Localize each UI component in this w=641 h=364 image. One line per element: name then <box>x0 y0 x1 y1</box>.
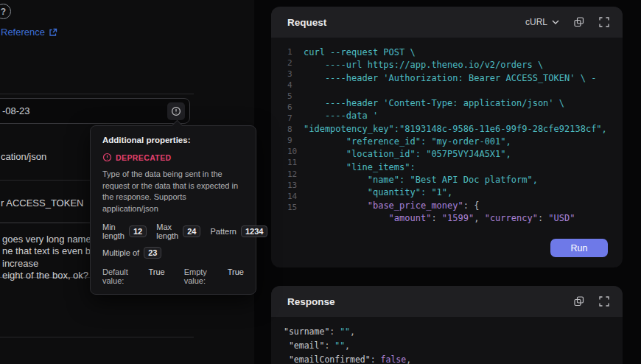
authorization-field-value[interactable]: r ACCESS_TOKEN <box>1 197 83 209</box>
code-line: "line_items": <box>304 161 607 174</box>
code-line: "name": "Best API Doc platform", <box>304 174 607 186</box>
code-segment: false <box>381 354 407 364</box>
constraint: Min length12 <box>102 223 147 240</box>
copy-response-button[interactable] <box>574 296 584 307</box>
expand-response-button[interactable] <box>599 296 609 307</box>
code-segment: "" <box>334 340 345 351</box>
run-button[interactable]: Run <box>550 239 608 257</box>
line-number: 3 <box>287 69 297 80</box>
deprecated-indicator-button[interactable] <box>167 102 185 120</box>
code-segment: ----header 'Content-Type: application/js… <box>304 98 564 108</box>
footer-value: True <box>228 267 244 285</box>
code-segment: : <box>431 213 441 223</box>
code-segment: : <box>324 340 334 351</box>
code-line: "emailConfirmed": false, <box>284 353 411 364</box>
additional-properties-tooltip: Additional properties: DEPRECATED Type o… <box>90 125 256 295</box>
reference-link[interactable]: Reference <box>1 27 57 38</box>
constraint-label: Multiple of <box>102 248 139 257</box>
constraint: Max length24 <box>156 223 200 240</box>
request-header-controls: cURL <box>525 17 609 27</box>
line-number: 15 <box>287 202 297 213</box>
code-segment: "emailConfirmed" <box>284 354 371 364</box>
language-selector-value: cURL <box>525 17 547 27</box>
divider <box>0 337 194 337</box>
code-segment: "base_price_money" <box>368 200 463 211</box>
code-segment <box>304 200 368 211</box>
constraint: Multiple of23 <box>102 247 161 259</box>
date-input[interactable]: -08-23 <box>0 98 190 124</box>
constraint-label: Min length <box>102 223 125 240</box>
code-line <box>304 85 607 97</box>
external-link-icon <box>49 28 57 37</box>
code-line: ----url https://app.theneo.io/v2/orders … <box>304 59 607 71</box>
constraint-value-chip: 23 <box>144 247 161 259</box>
code-segment: "reference_id": "my-order-001", <box>304 136 511 147</box>
request-panel-title: Request <box>287 17 326 28</box>
code-segment: "line_items": <box>304 162 416 172</box>
date-input-value: -08-23 <box>2 99 30 123</box>
code-line: "surname": "", <box>284 325 411 339</box>
code-line: "idempotency_key":"8193148c-9586-11e6-99… <box>304 123 607 136</box>
line-number: 9 <box>287 135 297 146</box>
code-segment: "idempotency_key":"8193148c-9586-11e6-99… <box>304 124 607 134</box>
response-panel-header: Response <box>271 286 623 317</box>
content-type-field-value[interactable]: cation/json <box>1 151 46 162</box>
expand-request-button[interactable] <box>599 17 609 27</box>
request-line-numbers: 123456789101112131415 <box>287 46 297 213</box>
code-segment: : <box>329 326 340 337</box>
code-line: ----header 'Authorization: Bearer ACCESS… <box>304 72 607 85</box>
constraint-row: Multiple of23 <box>102 247 244 259</box>
code-segment: "quantity": "1", <box>304 187 452 197</box>
deprecated-warning-icon <box>102 153 112 162</box>
constraint-value-chip: 24 <box>183 225 200 237</box>
tooltip-footer-pair: Default value:True <box>102 267 165 285</box>
code-line: curl --request POST \ <box>304 46 607 59</box>
footer-value: True <box>148 267 164 285</box>
help-icon[interactable]: ? <box>0 4 11 19</box>
code-line: "amount": "1599", "currency": "USD" <box>304 212 607 225</box>
code-segment: ----header 'Authorization: Bearer ACCESS… <box>304 73 596 83</box>
code-segment: : <box>371 354 381 364</box>
line-number: 14 <box>287 191 297 202</box>
line-number: 6 <box>287 102 297 113</box>
code-segment: "amount" <box>389 213 432 223</box>
code-segment: "" <box>340 326 350 337</box>
line-number: 12 <box>287 169 297 180</box>
code-segment: "email" <box>284 340 324 351</box>
code-line: ----data ' <box>304 110 607 122</box>
line-number: 5 <box>287 91 297 102</box>
tooltip-description: Type of the data being sent in the reque… <box>102 169 244 214</box>
code-segment: , <box>474 213 484 223</box>
line-number: 1 <box>287 46 297 57</box>
request-panel: Request cURL <box>271 7 623 267</box>
response-code: "surname": "", "email": "", "emailConfir… <box>284 325 411 364</box>
code-line: "reference_id": "my-order-001", <box>304 136 607 148</box>
line-number: 13 <box>287 180 297 191</box>
request-code-area: 123456789101112131415 curl --request POS… <box>271 38 623 267</box>
code-segment: ----data ' <box>304 111 378 121</box>
code-segment: , <box>406 354 411 364</box>
tooltip-title: Additional properties: <box>102 136 244 144</box>
tooltip-constraints: Min length12Max length24Pattern1234Multi… <box>102 223 244 259</box>
tooltip-footer-pair: Empty value:True <box>184 267 244 285</box>
code-segment: "USD" <box>548 213 575 223</box>
code-segment: : <box>538 213 548 223</box>
code-segment: ----url https://app.theneo.io/v2/orders … <box>304 60 543 70</box>
line-number: 10 <box>287 146 297 157</box>
response-header-controls <box>574 296 609 307</box>
code-segment: curl --request POST \ <box>304 47 416 57</box>
code-segment: , <box>345 340 350 351</box>
response-panel: Response "surname": "", "email": "", "em… <box>271 286 623 364</box>
line-number: 4 <box>287 80 297 91</box>
constraint-label: Pattern <box>210 227 236 236</box>
code-line: "location_id": "057P5VYJ4A5X1", <box>304 148 607 161</box>
language-selector[interactable]: cURL <box>525 17 559 27</box>
copy-request-button[interactable] <box>574 17 584 27</box>
code-line: "base_price_money": { <box>304 200 607 212</box>
divider <box>0 94 194 94</box>
line-number: 2 <box>287 57 297 69</box>
code-segment: , <box>350 326 355 337</box>
code-segment: "currency" <box>485 213 538 223</box>
deprecated-icon <box>171 106 181 116</box>
line-number: 8 <box>287 124 297 135</box>
